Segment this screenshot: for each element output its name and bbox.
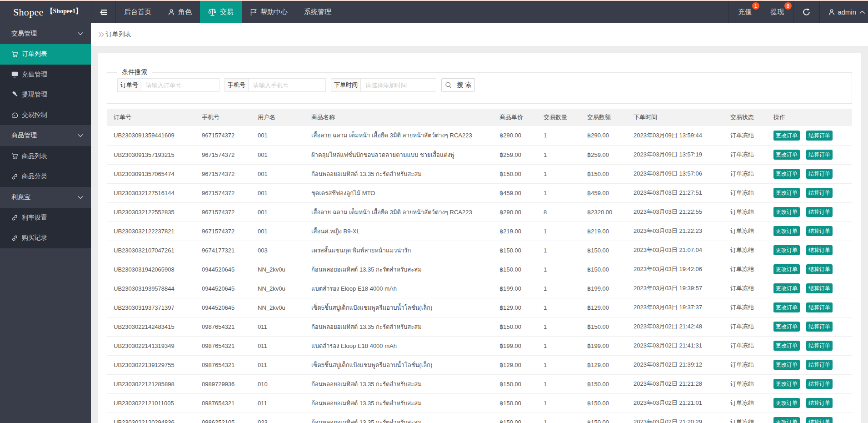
sidebar-item-purchase-records[interactable]: 购买记录 bbox=[0, 228, 91, 248]
col-amount: 交易数额 bbox=[580, 109, 627, 126]
edit-order-button[interactable]: 更改订单 bbox=[773, 341, 800, 351]
edit-order-button[interactable]: 更改订单 bbox=[773, 264, 800, 274]
settle-order-button[interactable]: 结算订单 bbox=[806, 302, 833, 312]
status-cell: 订单冻结 bbox=[723, 183, 767, 202]
unit-price-cell: ฿150.00 bbox=[493, 260, 537, 279]
sidebar-collapse-button[interactable] bbox=[91, 1, 116, 23]
settle-order-button[interactable]: 结算订单 bbox=[806, 341, 833, 351]
nav-item-trade[interactable]: 交易 bbox=[200, 1, 242, 23]
nav-item-help-center[interactable]: 帮助中心 bbox=[242, 1, 296, 23]
order-id-cell: UB2303032107047261 bbox=[107, 241, 195, 260]
amount-cell: ฿150.00 bbox=[580, 317, 627, 336]
edit-order-button[interactable]: 更改订单 bbox=[773, 169, 800, 179]
settle-order-button[interactable]: 结算订单 bbox=[806, 131, 833, 141]
settle-order-button[interactable]: 结算订单 bbox=[806, 169, 833, 179]
search-button[interactable]: 搜 索 bbox=[441, 78, 475, 92]
withdraw-menu-item[interactable]: 提现 8 bbox=[761, 1, 793, 23]
settle-order-button[interactable]: 结算订单 bbox=[806, 283, 833, 293]
order-time-cell: 2023年03月02日 21:20:29 bbox=[627, 413, 723, 423]
order-time-cell: 2023年03月09日 13:59:44 bbox=[627, 126, 723, 145]
actions-cell: 更改订单 结算订单 bbox=[767, 202, 852, 222]
col-order-time: 下单时间 bbox=[627, 109, 723, 126]
username-cell: 011 bbox=[251, 393, 304, 413]
sidebar-item-product-category[interactable]: 商品分类 bbox=[0, 166, 91, 187]
phone-cell: 0944520645 bbox=[195, 298, 251, 317]
quantity-cell: 1 bbox=[537, 413, 580, 423]
nav-item-roles[interactable]: 角色 bbox=[160, 1, 200, 23]
sidebar-item-trade-control[interactable]: 交易控制 bbox=[0, 105, 91, 126]
search-legend: 条件搜索 bbox=[117, 68, 152, 76]
quantity-cell: 1 bbox=[537, 336, 580, 355]
scales-icon bbox=[208, 8, 217, 16]
settle-order-button[interactable]: 结算订单 bbox=[806, 417, 833, 423]
cart-icon bbox=[11, 153, 18, 160]
settle-order-button[interactable]: 结算订单 bbox=[806, 360, 833, 370]
quantity-cell: 1 bbox=[537, 355, 580, 374]
phone-cell: 0987654321 bbox=[195, 336, 251, 355]
edit-order-button[interactable]: 更改订单 bbox=[773, 245, 800, 255]
edit-order-button[interactable]: 更改订单 bbox=[773, 360, 800, 370]
phone-field-label: 手机号 bbox=[224, 78, 249, 92]
board-icon bbox=[11, 71, 18, 78]
settle-order-button[interactable]: 结算订单 bbox=[806, 398, 833, 408]
sidebar-item-product-list[interactable]: 商品列表 bbox=[0, 146, 91, 166]
order-time-cell: 2023年03月09日 13:57:06 bbox=[627, 164, 723, 183]
quantity-cell: 1 bbox=[537, 317, 580, 336]
nav-item-dashboard[interactable]: 后台首页 bbox=[116, 1, 160, 23]
settle-order-button[interactable]: 结算订单 bbox=[806, 245, 833, 255]
settle-order-button[interactable]: 结算订单 bbox=[806, 188, 833, 198]
sidebar-item-rate-settings[interactable]: 利率设置 bbox=[0, 208, 91, 228]
edit-order-button[interactable]: 更改订单 bbox=[773, 283, 800, 293]
window-top-strip bbox=[0, 0, 868, 1]
settle-order-button[interactable]: 结算订单 bbox=[806, 322, 833, 332]
settle-order-button[interactable]: 结算订单 bbox=[806, 264, 833, 274]
sidebar-item-order-list[interactable]: 订单列表 bbox=[0, 44, 91, 65]
edit-order-button[interactable]: 更改订单 bbox=[773, 302, 800, 312]
amount-cell: ฿199.00 bbox=[580, 279, 627, 298]
settle-order-button[interactable]: 结算订单 bbox=[806, 379, 833, 389]
sidebar-group-trade-management[interactable]: 交易管理 bbox=[0, 23, 91, 44]
settle-order-button[interactable]: 结算订单 bbox=[806, 150, 833, 160]
order-id-input[interactable] bbox=[141, 78, 219, 92]
edit-order-button[interactable]: 更改订单 bbox=[773, 131, 800, 141]
phone-cell: 0944520645 bbox=[195, 260, 251, 279]
top-header-bar: Shopee 【Shopee1】 后台首页 角色 交易 帮助中心 bbox=[0, 1, 868, 23]
phone-group: 手机号 bbox=[224, 78, 326, 92]
order-time-cell: 2023年03月03日 21:22:55 bbox=[627, 202, 723, 222]
sidebar-group-product-management[interactable]: 商品管理 bbox=[0, 125, 91, 146]
phone-input[interactable] bbox=[249, 78, 326, 92]
order-time-input[interactable] bbox=[361, 78, 436, 92]
sidebar-item-label: 商品列表 bbox=[22, 152, 47, 161]
actions-cell: 更改订单 结算订单 bbox=[767, 164, 852, 183]
edit-order-button[interactable]: 更改订单 bbox=[773, 207, 800, 217]
status-cell: 订单冻结 bbox=[723, 164, 767, 183]
edit-order-button[interactable]: 更改订单 bbox=[773, 322, 800, 332]
edit-order-button[interactable]: 更改订单 bbox=[773, 398, 800, 408]
nav-item-label: 角色 bbox=[178, 8, 192, 16]
edit-order-button[interactable]: 更改订单 bbox=[773, 226, 800, 236]
sidebar-item-withdraw-management[interactable]: 提现管理 bbox=[0, 85, 91, 105]
actions-cell: 更改订单 结算订单 bbox=[767, 413, 852, 423]
sidebar-item-label: 商品分类 bbox=[22, 172, 47, 181]
settle-order-button[interactable]: 结算订单 bbox=[806, 207, 833, 217]
username-cell: 001 bbox=[251, 202, 304, 222]
order-id-cell: UB2303032122552835 bbox=[107, 202, 195, 222]
edit-order-button[interactable]: 更改订单 bbox=[773, 379, 800, 389]
user-menu[interactable]: admin bbox=[819, 1, 868, 23]
edit-order-button[interactable]: 更改订单 bbox=[773, 150, 800, 160]
nav-item-system-management[interactable]: 系统管理 bbox=[296, 1, 339, 23]
refresh-button[interactable] bbox=[793, 1, 819, 23]
table-row: UB2303022139129755 0987654321 011 เซ็ต5ช… bbox=[107, 355, 852, 374]
actions-cell: 更改订单 结算订单 bbox=[767, 183, 852, 202]
orders-table-head: 订单号 手机号 用户名 商品名称 商品单价 交易数量 交易数额 下单时间 交易状… bbox=[107, 109, 852, 126]
recharge-menu-item[interactable]: 充值 1 bbox=[728, 1, 761, 23]
sidebar-group-interest-treasure[interactable]: 利息宝 bbox=[0, 187, 91, 208]
quantity-cell: 1 bbox=[537, 298, 580, 317]
status-cell: 订单冻结 bbox=[723, 413, 767, 423]
amount-cell: ฿150.00 bbox=[580, 260, 627, 279]
edit-order-button[interactable]: 更改订单 bbox=[773, 417, 800, 423]
settle-order-button[interactable]: 结算订单 bbox=[806, 226, 833, 236]
sidebar-item-recharge-management[interactable]: 充值管理 bbox=[0, 65, 91, 85]
link-icon bbox=[11, 173, 18, 180]
edit-order-button[interactable]: 更改订单 bbox=[773, 188, 800, 198]
